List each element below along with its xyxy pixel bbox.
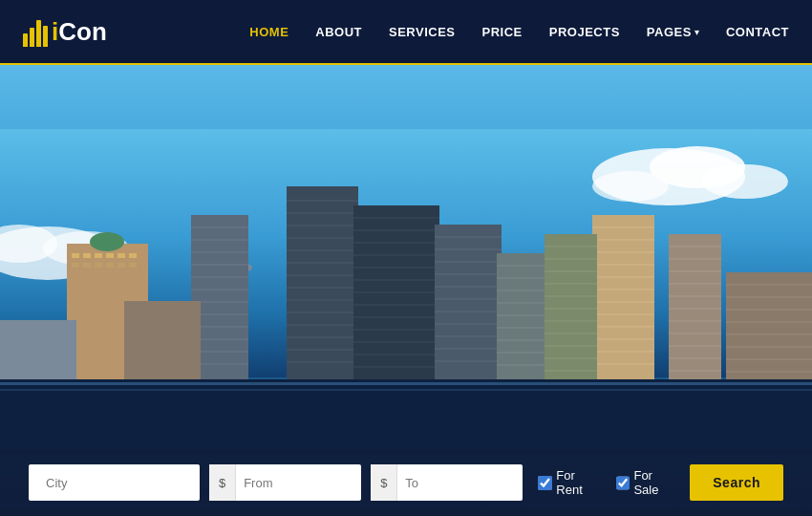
svg-rect-130 (124, 301, 201, 382)
nav-link-about[interactable]: ABOUT (315, 25, 362, 39)
from-field[interactable]: $ (209, 464, 361, 501)
svg-rect-17 (106, 253, 114, 258)
svg-rect-108 (497, 253, 549, 383)
nav-link-contact[interactable]: CONTACT (726, 25, 789, 39)
navbar: iCon HOME ABOUT SERVICES PRICE PROJECTS … (0, 0, 812, 65)
checkbox-group: For Rent For Sale (538, 468, 680, 497)
nav-item-contact[interactable]: CONTACT (726, 23, 789, 40)
svg-rect-71 (435, 225, 502, 383)
to-input[interactable] (397, 476, 523, 490)
chevron-down-icon: ▾ (694, 27, 699, 37)
nav-item-home[interactable]: HOME (249, 23, 288, 40)
nav-item-about[interactable]: ABOUT (315, 23, 362, 40)
nav-link-services[interactable]: SERVICES (389, 25, 456, 39)
nav-item-projects[interactable]: PROJECTS (549, 23, 620, 40)
svg-rect-16 (95, 253, 102, 258)
svg-rect-15 (83, 253, 91, 258)
svg-rect-143 (0, 389, 812, 391)
search-button[interactable]: Search (690, 464, 783, 501)
nav-link-pages[interactable]: PAGES (647, 25, 692, 39)
svg-rect-24 (118, 263, 125, 268)
svg-rect-25 (129, 263, 137, 268)
search-bar: $ $ For Rent For Sale Search (0, 449, 812, 516)
to-field[interactable]: $ (371, 464, 523, 501)
hero-section: $ $ For Rent For Sale Search (0, 65, 812, 516)
nav-link-price[interactable]: PRICE (482, 25, 523, 39)
svg-rect-23 (106, 263, 114, 268)
svg-rect-22 (95, 263, 102, 268)
for-sale-text: For Sale (633, 468, 680, 497)
svg-rect-18 (118, 253, 125, 258)
for-rent-label[interactable]: For Rent (538, 468, 604, 497)
svg-point-3 (702, 164, 788, 199)
for-rent-text: For Rent (556, 468, 604, 497)
svg-rect-131 (0, 320, 76, 382)
city-field[interactable] (29, 464, 200, 501)
logo-icon (23, 16, 48, 47)
logo-text: iCon (52, 17, 107, 47)
currency-to-icon: $ (371, 464, 397, 501)
nav-links: HOME ABOUT SERVICES PRICE PROJECTS PAGES… (249, 23, 789, 40)
logo-i: i (52, 17, 58, 46)
bar2 (30, 28, 34, 47)
logo[interactable]: iCon (23, 16, 107, 47)
svg-point-4 (592, 171, 669, 202)
svg-point-26 (90, 232, 124, 251)
svg-rect-19 (129, 253, 137, 258)
bar4 (43, 26, 48, 47)
nav-link-projects[interactable]: PROJECTS (549, 25, 620, 39)
bar1 (23, 33, 28, 47)
cityscape-svg (0, 129, 812, 454)
nav-item-pages[interactable]: PAGES ▾ (647, 25, 699, 39)
svg-rect-57 (353, 205, 439, 382)
svg-rect-29 (287, 186, 358, 387)
svg-rect-21 (83, 263, 91, 268)
svg-rect-132 (726, 272, 812, 382)
from-input[interactable] (236, 476, 361, 490)
svg-rect-14 (72, 253, 79, 258)
svg-rect-20 (72, 263, 79, 268)
for-sale-label[interactable]: For Sale (616, 468, 681, 497)
nav-item-services[interactable]: SERVICES (389, 23, 456, 40)
bar3 (36, 20, 41, 47)
city-input[interactable] (38, 476, 190, 490)
for-rent-checkbox[interactable] (538, 476, 552, 490)
nav-dropdown-pages[interactable]: PAGES ▾ (647, 25, 699, 39)
nav-link-home[interactable]: HOME (249, 25, 288, 39)
svg-rect-142 (0, 382, 812, 385)
nav-item-price[interactable]: PRICE (482, 23, 523, 40)
for-sale-checkbox[interactable] (616, 476, 630, 490)
currency-from-icon: $ (209, 464, 236, 501)
